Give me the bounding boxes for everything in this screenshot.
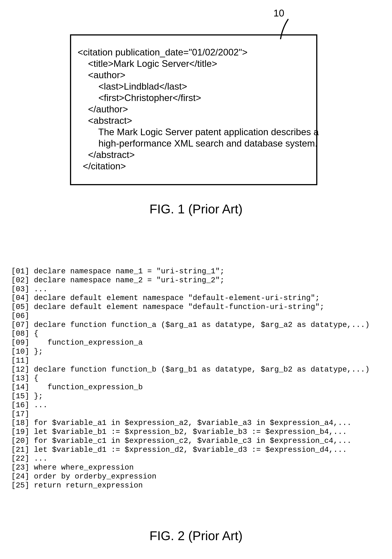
figure-2-caption: FIG. 2 (Prior Art) xyxy=(0,528,392,543)
figure-1-caption: FIG. 1 (Prior Art) xyxy=(0,202,392,216)
xml-document-content: <citation publication_date="01/02/2002">… xyxy=(78,47,310,172)
xquery-code-listing: [01] declare namespace name_1 = "uri-str… xyxy=(11,267,370,490)
page: 10 <citation publication_date="01/02/200… xyxy=(0,0,392,559)
callout-label-10: 10 xyxy=(273,8,284,19)
xml-document-box: <citation publication_date="01/02/2002">… xyxy=(70,34,317,185)
